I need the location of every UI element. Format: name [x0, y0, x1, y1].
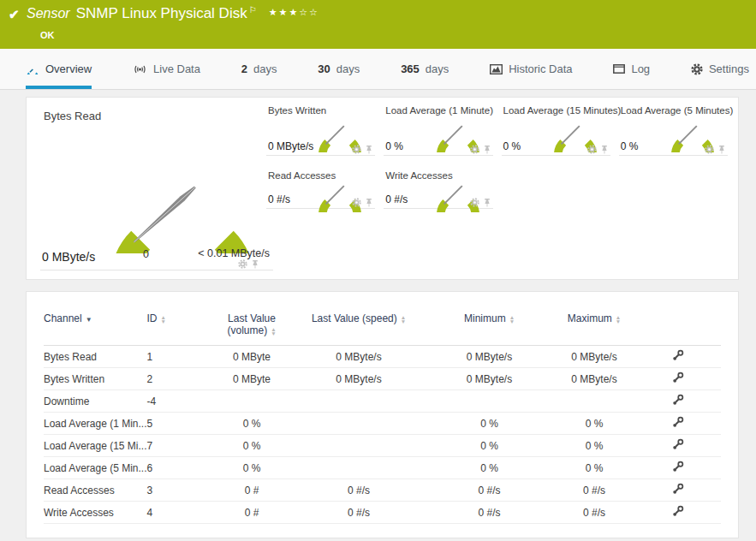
channel-row: Bytes Written 2 0 MByte 0 MByte/s 0 MByt…	[44, 368, 721, 390]
gauge-pin-icon[interactable]	[717, 145, 726, 154]
sort-icon: ▲▼	[616, 315, 621, 324]
channel-last-value-volume: 0 MByte	[211, 346, 293, 368]
gauge-cell: Read Accesses 0 #/s	[266, 168, 375, 209]
gauge-settings-icon[interactable]	[470, 145, 479, 154]
gauge-value: 0 %	[621, 140, 639, 152]
channel-maximum: 0 #/s	[554, 502, 635, 524]
channel-maximum: 0 #/s	[554, 479, 635, 502]
channel-maximum	[554, 390, 635, 413]
channel-last-value-volume: 0 %	[211, 413, 293, 435]
gauge-settings-icon[interactable]	[470, 198, 479, 207]
window-icon	[613, 64, 625, 74]
channel-name: Bytes Read	[44, 346, 147, 368]
channel-maximum: 0 %	[554, 435, 635, 457]
channel-name: Load Average (5 Min...	[44, 457, 147, 479]
sort-desc-icon: ▼	[86, 316, 92, 324]
channel-last-value-volume: 0 %	[211, 435, 293, 457]
channel-row: Load Average (1 Min... 5 0 % 0 % 0 %	[44, 413, 721, 435]
channel-id: 3	[147, 479, 211, 502]
gauge-scale-max: < 0.01 MByte/s	[198, 247, 270, 259]
channel-maximum: 0 %	[554, 457, 635, 479]
channel-maximum: 0 MByte/s	[554, 346, 635, 368]
channel-row: Downtime -4	[44, 390, 721, 413]
broadcast-icon	[133, 64, 147, 74]
edit-channel-wrench-icon[interactable]	[672, 372, 684, 386]
tab-settings[interactable]: Settings	[691, 49, 749, 89]
chart-icon	[490, 64, 503, 74]
gauge-pin-icon[interactable]	[600, 145, 609, 154]
channel-last-value-volume: 0 %	[211, 457, 293, 479]
channel-row: Load Average (5 Min... 6 0 % 0 % 0 %	[44, 457, 721, 479]
gauge-pin-icon[interactable]	[365, 198, 373, 207]
gauge-scale-min: 0	[143, 248, 149, 260]
gauge-settings-icon[interactable]	[587, 145, 597, 154]
col-header-id[interactable]: ID▲▼	[147, 307, 211, 346]
channel-id: 4	[147, 502, 211, 524]
col-header-maximum[interactable]: Maximum▲▼	[554, 307, 635, 346]
gauge-pin-icon[interactable]	[251, 259, 259, 269]
channel-name: Write Accesses	[44, 502, 147, 524]
gauge-pin-icon[interactable]	[365, 145, 373, 154]
channel-id: 5	[147, 413, 211, 435]
edit-channel-wrench-icon[interactable]	[672, 416, 684, 431]
col-header-last-speed[interactable]: Last Value (speed)▲▼	[293, 307, 426, 346]
edit-channel-wrench-icon[interactable]	[672, 483, 684, 497]
gauge-cell: Load Average (5 Minutes) 0 %	[619, 103, 728, 156]
priority-stars[interactable]: ★★★☆☆	[269, 7, 319, 17]
flag-icon[interactable]: ⚐	[249, 5, 257, 15]
channel-table: Channel▼ ID▲▼ Last Value (volume)▲▼ Last…	[44, 307, 721, 524]
object-kind-label: Sensor	[27, 6, 70, 21]
gauge-settings-icon[interactable]	[705, 145, 714, 154]
gauge-settings-icon[interactable]	[352, 145, 361, 154]
gauge-cell: Load Average (15 Minutes) 0 %	[502, 103, 610, 156]
channel-minimum: 0 %	[426, 457, 554, 479]
gauge-value: 0 MByte/s	[268, 140, 313, 152]
channel-id: -4	[147, 390, 211, 413]
channel-last-value-volume: 0 #	[211, 502, 293, 524]
channel-table-panel: Channel▼ ID▲▼ Last Value (volume)▲▼ Last…	[26, 291, 739, 538]
channel-last-value-speed	[293, 390, 426, 413]
gauge-icon	[26, 63, 39, 74]
edit-channel-wrench-icon[interactable]	[672, 438, 684, 453]
gauge-settings-icon[interactable]	[352, 198, 361, 207]
primary-gauge-cell: Bytes Read 0 MByte/s 0 < 0.01 MByte/s	[40, 104, 273, 270]
gauge-dial	[105, 123, 259, 253]
gauge-pin-icon[interactable]	[483, 145, 491, 154]
tab-2-days[interactable]: 2 days	[241, 49, 277, 89]
table-header-row: Channel▼ ID▲▼ Last Value (volume)▲▼ Last…	[44, 307, 721, 346]
gauge-settings-icon[interactable]	[238, 259, 247, 269]
gauge-pin-icon[interactable]	[483, 198, 491, 207]
status-ok-check-icon: ✔	[9, 7, 20, 22]
tab-live-data[interactable]: Live Data	[133, 49, 200, 89]
channel-row: Read Accesses 3 0 # 0 #/s 0 #/s 0 #/s	[44, 479, 721, 502]
small-gauges-grid: Bytes Written 0 MByte/s	[266, 103, 728, 209]
sensor-title-row: SensorSNMP Linux Physical Disk⚐★★★☆☆	[27, 5, 319, 22]
channel-minimum: 0 %	[426, 435, 554, 457]
edit-channel-wrench-icon[interactable]	[672, 349, 684, 364]
channel-minimum: 0 %	[426, 413, 554, 435]
gauge-cell: Bytes Written 0 MByte/s	[266, 103, 375, 156]
edit-channel-wrench-icon[interactable]	[672, 394, 684, 408]
col-header-last-volume[interactable]: Last Value (volume)▲▼	[211, 307, 293, 346]
tab-historic-data[interactable]: Historic Data	[490, 49, 572, 89]
sort-icon: ▲▼	[401, 315, 406, 324]
tab-overview[interactable]: Overview	[26, 49, 92, 89]
col-header-minimum[interactable]: Minimum▲▼	[426, 307, 554, 346]
channel-last-value-volume	[211, 390, 293, 413]
channel-name: Read Accesses	[44, 479, 147, 502]
edit-channel-wrench-icon[interactable]	[672, 461, 684, 475]
channel-id: 1	[147, 346, 211, 368]
gauge-value: 0 #/s	[268, 193, 290, 205]
channel-last-value-speed	[293, 457, 426, 479]
tab-365-days[interactable]: 365 days	[401, 49, 449, 89]
col-header-channel[interactable]: Channel▼	[44, 307, 147, 346]
channel-last-value-speed: 0 MByte/s	[293, 346, 426, 368]
channel-last-value-volume: 0 MByte	[211, 368, 293, 390]
tab-log[interactable]: Log	[613, 49, 650, 89]
channel-last-value-speed: 0 MByte/s	[293, 368, 426, 390]
edit-channel-wrench-icon[interactable]	[672, 505, 684, 520]
tab-30-days[interactable]: 30 days	[318, 49, 360, 89]
channel-last-value-speed	[293, 413, 426, 435]
channel-last-value-volume: 0 #	[211, 479, 293, 502]
channel-minimum: 0 #/s	[426, 502, 554, 524]
